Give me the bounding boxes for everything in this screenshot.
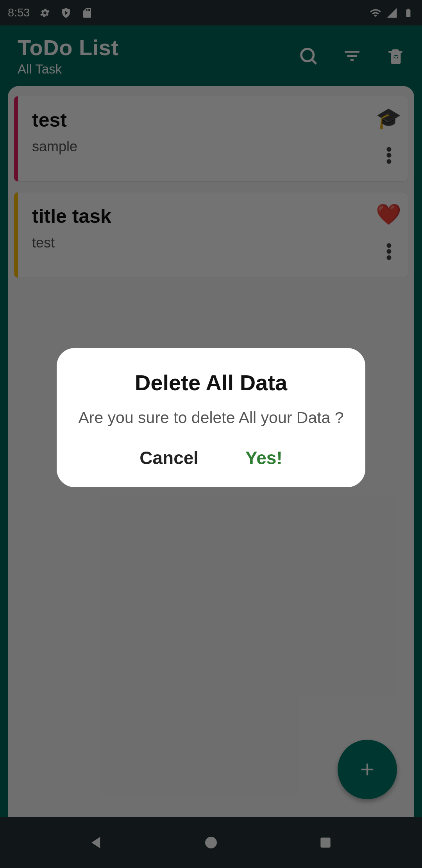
confirm-button[interactable]: Yes! bbox=[245, 447, 283, 468]
cancel-button[interactable]: Cancel bbox=[139, 447, 198, 468]
dialog-message: Are you sure to delete All your Data ? bbox=[75, 409, 347, 427]
delete-all-dialog: Delete All Data Are you sure to delete A… bbox=[57, 348, 365, 487]
dialog-title: Delete All Data bbox=[75, 370, 347, 395]
dialog-actions: Cancel Yes! bbox=[75, 447, 347, 468]
